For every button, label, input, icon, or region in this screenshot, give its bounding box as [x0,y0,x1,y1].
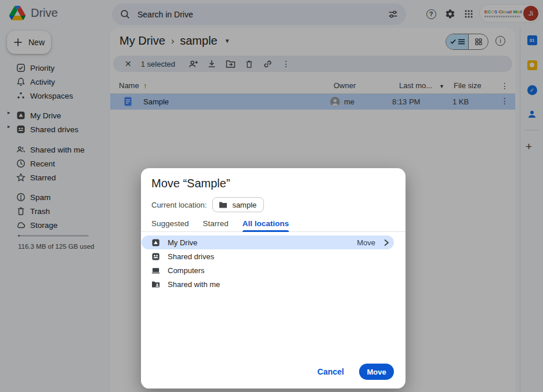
tab-starred[interactable]: Starred [203,216,229,232]
dialog-footer: Cancel Move [317,364,394,380]
current-location-chip[interactable]: sample [212,197,264,212]
shared-drives-icon [151,252,160,261]
dialog-title: Move “Sample” [151,177,230,190]
chevron-right-icon[interactable] [383,239,389,246]
computer-icon [151,266,160,275]
row-move-hint[interactable]: Move [357,238,375,247]
folder-icon [219,201,227,209]
cancel-button[interactable]: Cancel [317,367,344,376]
current-location-label: Current location: [151,201,207,209]
move-button[interactable]: Move [359,364,394,380]
move-dialog: Move “Sample” Current location: sample S… [141,168,406,389]
my-drive-icon [151,238,160,247]
shared-with-me-icon [151,281,160,288]
google-drive-app: Drive Search in Drive ? ECCS Cloud Mail … [0,0,543,392]
dialog-tabs: Suggested Starred All locations [141,216,406,232]
location-list: My Drive Move Shared drives Computers Sh… [141,235,406,291]
current-location-name: sample [232,201,256,209]
current-location-row: Current location: sample [151,197,264,212]
location-row-computers[interactable]: Computers [141,263,406,277]
tab-all-locations[interactable]: All locations [242,216,289,232]
location-row-shared-drives[interactable]: Shared drives [141,249,406,263]
tab-suggested[interactable]: Suggested [151,216,189,232]
location-row-my-drive[interactable]: My Drive Move [142,235,394,249]
location-row-shared-with-me[interactable]: Shared with me [141,277,406,291]
